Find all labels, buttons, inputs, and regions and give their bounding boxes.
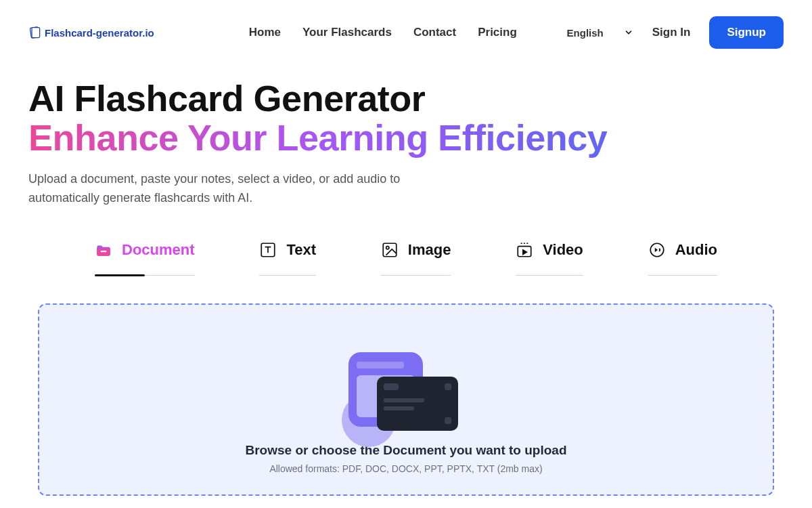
tab-document-label: Document [122, 241, 195, 259]
flashcard-icon [28, 26, 42, 39]
nav-flashcards[interactable]: Your Flashcards [302, 26, 392, 39]
logo[interactable]: Flashcard-generator.io [28, 26, 154, 39]
header-right: English Sign In Signup [567, 16, 784, 49]
upload-formats: Allowed formats: PDF, DOC, DOCX, PPT, PP… [269, 463, 542, 474]
upload-section: Browse or choose the Document you want t… [0, 276, 812, 496]
folder-icon [95, 241, 112, 259]
tab-video-label: Video [543, 241, 583, 259]
tab-text[interactable]: Text [259, 241, 316, 276]
svg-rect-2 [101, 251, 107, 252]
upload-illustration [348, 352, 464, 433]
upload-title: Browse or choose the Document you want t… [245, 443, 566, 458]
signup-button[interactable]: Signup [709, 16, 784, 49]
language-select[interactable]: English [567, 27, 633, 39]
brand-name: Flashcard-generator.io [45, 27, 154, 39]
nav-contact[interactable]: Contact [413, 26, 456, 39]
upload-dropzone[interactable]: Browse or choose the Document you want t… [38, 303, 774, 496]
signin-link[interactable]: Sign In [652, 26, 691, 39]
hero-description: Upload a document, paste your notes, sel… [28, 170, 461, 208]
hero-heading: AI Flashcard Generator Enhance Your Lear… [28, 79, 784, 158]
tab-video[interactable]: Video [516, 241, 583, 276]
tab-document[interactable]: Document [95, 241, 195, 276]
image-icon [381, 241, 399, 259]
chevron-down-icon [624, 28, 633, 37]
tab-text-label: Text [286, 241, 316, 259]
tab-audio-label: Audio [675, 241, 717, 259]
tab-audio[interactable]: Audio [648, 241, 717, 276]
svg-marker-7 [523, 250, 526, 255]
svg-rect-1 [32, 28, 40, 38]
hero-subtitle: Enhance Your Learning Efficiency [28, 117, 607, 158]
audio-icon [648, 241, 666, 259]
svg-rect-4 [383, 244, 397, 257]
tab-image-label: Image [408, 241, 451, 259]
hero-title: AI Flashcard Generator [28, 78, 425, 119]
hero: AI Flashcard Generator Enhance Your Lear… [0, 65, 812, 221]
input-type-tabs: Document Text Image [0, 221, 812, 276]
svg-point-5 [386, 247, 388, 249]
language-label: English [567, 27, 604, 39]
nav-home[interactable]: Home [249, 26, 281, 39]
nav-pricing[interactable]: Pricing [478, 26, 517, 39]
header: Flashcard-generator.io Home Your Flashca… [0, 0, 812, 65]
main-nav: Home Your Flashcards Contact Pricing [249, 26, 517, 39]
text-icon [259, 241, 277, 259]
video-icon [516, 241, 533, 259]
tab-image[interactable]: Image [381, 241, 451, 276]
